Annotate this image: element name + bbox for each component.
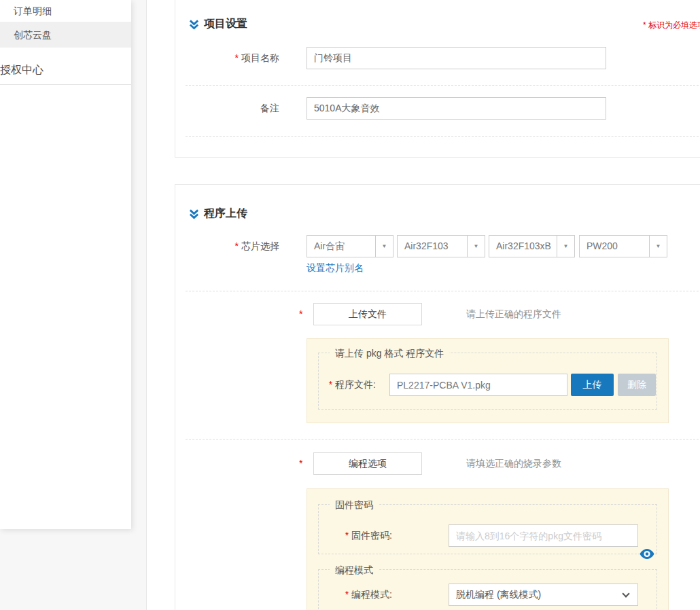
program-upload-header: 程序上传: [189, 207, 247, 221]
firmware-password-fieldset: 固件密码 *固件密码:: [318, 504, 657, 554]
pkg-fieldset: 请上传 pkg 格式 程序文件 *程序文件: 上传 删除: [318, 353, 657, 410]
program-file-row: *程序文件: 上传 删除: [319, 374, 657, 396]
required-asterisk: *: [299, 452, 302, 475]
program-mode-label: *编程模式:: [327, 584, 392, 606]
firmware-password-input[interactable]: [449, 524, 638, 547]
project-settings-header: 项目设置: [189, 17, 247, 31]
program-mode-row: *编程模式: 脱机编程 (离线模式): [319, 584, 657, 606]
program-options-row: * 编程选项 请填选正确的烧录参数: [175, 452, 700, 475]
required-note: * 标识为必填选项: [643, 20, 700, 31]
program-mode-legend: 编程模式: [330, 563, 379, 577]
remark-label: 备注: [175, 97, 279, 120]
project-name-input[interactable]: [307, 47, 606, 69]
required-asterisk: *: [345, 589, 349, 600]
required-asterisk: *: [235, 240, 239, 251]
project-name-row: *项目名称: [175, 47, 700, 69]
sidebar-item-label: 订单明细: [14, 5, 52, 16]
sidebar-item-label: 授权中心: [0, 64, 43, 75]
program-mode-select[interactable]: 脱机编程 (离线模式): [449, 584, 638, 606]
delete-button[interactable]: 删除: [618, 374, 656, 396]
program-options-hint: 请填选正确的烧录参数: [466, 452, 561, 475]
chip-select-row: *芯片选择 Air合宙 ▼ Air32F103 ▼ Air32F103xB ▼ …: [175, 235, 700, 257]
pkg-fieldset-legend: 请上传 pkg 格式 程序文件: [330, 346, 449, 360]
upload-file-row: * 上传文件 请上传正确的程序文件: [175, 303, 700, 325]
dashed-separator: [186, 85, 700, 86]
dropdown-arrow-icon: ▼: [557, 236, 574, 257]
sidebar-item-order-details[interactable]: 订单明细: [0, 0, 131, 22]
upload-panel: 请上传 pkg 格式 程序文件 *程序文件: 上传 删除: [307, 338, 669, 423]
sidebar-item-auth-center[interactable]: 授权中心: [0, 60, 131, 85]
required-asterisk: *: [329, 379, 332, 390]
sidebar-item-label: 创芯云盘: [14, 29, 52, 40]
required-asterisk: *: [345, 530, 349, 541]
chip-model-select[interactable]: Air32F103xB ▼: [489, 235, 575, 257]
program-file-input[interactable]: [389, 374, 567, 396]
chip-alias-link[interactable]: 设置芯片别名: [307, 262, 364, 274]
program-mode-fieldset: 编程模式 *编程模式: 脱机编程 (离线模式): [318, 569, 657, 610]
required-asterisk: *: [299, 303, 302, 325]
upload-file-button[interactable]: 上传文件: [313, 303, 422, 325]
chip-package-select[interactable]: PW200 ▼: [579, 235, 667, 257]
page: { "marks": { "required": "*" }, "icons":…: [0, 0, 700, 610]
program-file-label: *程序文件:: [319, 374, 376, 396]
sidebar-item-cloud-disk[interactable]: 创芯云盘: [0, 22, 131, 48]
dropdown-arrow-icon: ▼: [649, 236, 667, 257]
dashed-separator: [186, 136, 700, 137]
firmware-password-legend: 固件密码: [330, 498, 379, 512]
dashed-separator: [186, 291, 700, 291]
section-title: 程序上传: [204, 207, 247, 221]
project-settings-card: 项目设置 * 标识为必填选项 *项目名称 备注: [175, 0, 700, 158]
chip-select-label: *芯片选择: [175, 235, 279, 257]
firmware-password-row: *固件密码:: [319, 524, 657, 547]
upload-button[interactable]: 上传: [571, 374, 614, 396]
remark-row: 备注: [175, 97, 700, 120]
dropdown-arrow-icon: ▼: [375, 236, 393, 257]
chip-series-select[interactable]: Air32F103 ▼: [397, 235, 485, 257]
chip-brand-select[interactable]: Air合宙 ▼: [307, 235, 393, 257]
upload-file-hint: 请上传正确的程序文件: [466, 303, 561, 325]
dropdown-arrow-icon: ▼: [467, 236, 485, 257]
program-upload-card: 程序上传 *芯片选择 Air合宙 ▼ Air32F103 ▼ Air32F103…: [175, 184, 700, 610]
select-chevron-icon: [622, 590, 629, 597]
sidebar: 订单明细 创芯云盘 授权中心: [0, 0, 131, 529]
program-options-button[interactable]: 编程选项: [313, 452, 422, 475]
firmware-password-label: *固件密码:: [327, 524, 392, 547]
section-title: 项目设置: [204, 17, 247, 31]
remark-input[interactable]: [307, 97, 606, 120]
project-name-label: *项目名称: [175, 47, 279, 69]
required-asterisk: *: [235, 52, 239, 63]
dashed-separator: [186, 439, 700, 439]
options-panel: 固件密码 *固件密码: 编程模式 *编程模式:: [307, 488, 669, 610]
collapse-chevron-icon[interactable]: [189, 19, 199, 30]
collapse-chevron-icon[interactable]: [189, 209, 199, 219]
eye-icon[interactable]: [640, 549, 654, 559]
